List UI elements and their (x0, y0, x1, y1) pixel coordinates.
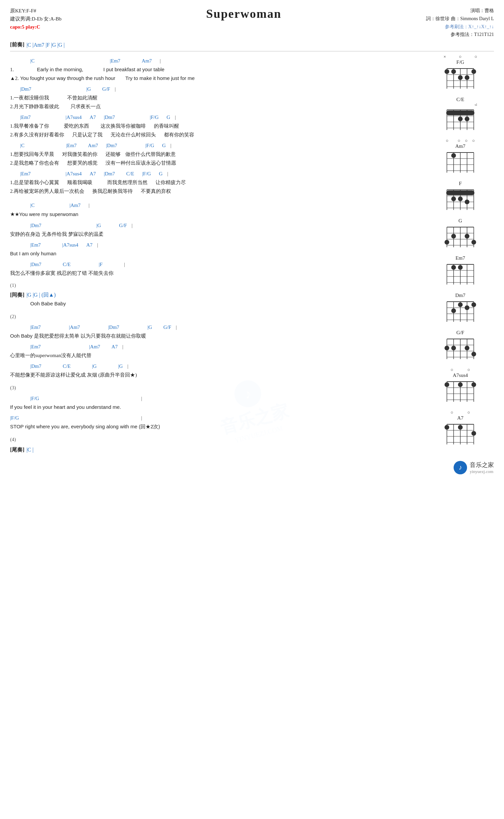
gf-label: G/F (456, 330, 464, 336)
v4l6: 想要哭的感觉 (67, 160, 97, 166)
main-body: |C |Em7 Am7 | 1. Early in the morning, I… (10, 54, 494, 454)
singer-name: 曹格 (485, 8, 494, 13)
s3-chord-row1: |F/G | (30, 394, 427, 402)
v4c1: |C (20, 143, 25, 148)
svg-point-120 (445, 425, 449, 430)
s2c10: | (122, 344, 123, 349)
finger-label: 参考指法： (451, 32, 474, 37)
verse1-chord-row3: |Em7 |A7sus4 A7 |Dm7 |F/G G | (20, 113, 427, 121)
cc7: | (131, 223, 132, 228)
v2c1: |Dm7 (20, 86, 31, 92)
diagram-f: F (444, 181, 477, 213)
lyricist-line: 詞：徐世珍 曲：Simmons Daryl L (426, 15, 494, 23)
v1c3: Am7 (142, 58, 152, 63)
a7sus4-label: A7sus4 (453, 373, 468, 378)
v5c7: G (159, 171, 163, 176)
f-label: F (459, 181, 462, 186)
strum-label: 参考刷法： (445, 24, 468, 29)
header-left: 原KEY:F-F# 建议男调:D-Eb 女:A-Bb capo:5 play:C (10, 7, 61, 31)
diagram-fg: × ○ ○ F/G (444, 54, 477, 92)
interlude-paren: (1) (10, 281, 427, 289)
chorus-chord-row3: |Em7 |A7sus4 A7 | (30, 241, 427, 249)
a7-label: A7 (457, 415, 463, 421)
v3c5: |F/G (150, 115, 159, 120)
v3c3: A7 (90, 115, 96, 120)
diagrams-area: × ○ ○ F/G (427, 54, 494, 454)
svg-point-58 (445, 240, 449, 245)
svg-point-60 (465, 234, 469, 239)
cc3: | (89, 203, 90, 208)
svg-point-46 (451, 197, 456, 201)
spacer5 (10, 431, 427, 435)
v4c4: |Dm7 (106, 143, 117, 148)
a7sus4-grid (444, 378, 477, 405)
s2c14: |G (118, 363, 123, 369)
v5l4: 让你精疲力尽 (156, 180, 186, 185)
em7-label: Em7 (456, 255, 465, 261)
s2c13: |G (92, 363, 97, 369)
svg-point-98 (471, 352, 476, 356)
divider-top (10, 51, 494, 51)
spacer3 (10, 308, 427, 312)
v1c4: | (160, 58, 161, 63)
v5c3: A7 (90, 171, 96, 176)
svg-point-84 (465, 305, 469, 310)
svg-point-72 (458, 265, 463, 270)
cc12: |Dm7 (30, 262, 41, 267)
chorus-lyric1: ★★You were my superwoman (10, 210, 427, 219)
svg-point-9 (445, 69, 449, 74)
cc4: |Dm7 (30, 223, 41, 228)
svg-point-24 (458, 117, 463, 121)
s3-lyric2: STOP right where you are, everybody sing… (10, 423, 427, 431)
s2c1: |Em7 (30, 325, 41, 330)
section2-paren: (2) (10, 312, 427, 320)
chorus-chord-row1: |C |Am7 | (30, 201, 427, 209)
svg-point-61 (471, 240, 476, 245)
s2-chord-row3: |Dm7 C/E |G |G | (30, 362, 427, 370)
chorus-lyric4: 我怎么不懂你多寂寞 残忍的犯了错 不能失去你 (10, 269, 427, 277)
cc5: |G (96, 223, 101, 228)
fg-open-strings: × ○ ○ (444, 54, 477, 59)
marker-tri: ▲ (10, 74, 15, 82)
diagram-ce: C/E sl (444, 97, 477, 133)
verse1-lyric-row2: ▲ 2. You fought your way through the rus… (10, 74, 427, 82)
header-center: Superwoman (61, 7, 426, 21)
lyric2-1: You fought your way through the rush hou… (20, 74, 115, 82)
svg-rect-45 (446, 190, 474, 195)
s3-lyric1: If you feel it in your heart and you und… (10, 403, 427, 411)
svg-point-71 (451, 265, 456, 270)
v3l2: 爱吃的东西 (64, 123, 89, 129)
v4l2: 对我微笑着的你 (62, 152, 97, 157)
s3-chord-row2: |F/G | (10, 414, 427, 422)
cc8: |Em7 (30, 242, 41, 248)
f-grid (444, 186, 477, 213)
interlude-line: [间奏] |G |G | (回▲) (10, 291, 427, 299)
svg-point-59 (451, 234, 456, 239)
svg-point-10 (451, 69, 456, 74)
s2-chord-row2: |Em7 |Am7 A7 | (30, 343, 427, 351)
cc2: |Am7 (70, 203, 81, 208)
ce-label: C/E (456, 97, 464, 102)
v5c2: |A7sus4 (66, 171, 82, 176)
a7-grid (444, 421, 477, 448)
v5l5: 2.再给被宠坏的男人最后一次机会 (10, 188, 84, 194)
s2c5: G/F (163, 325, 171, 330)
v3c1: |Em7 (20, 115, 31, 120)
capo-line: capo:5 play:C (10, 23, 61, 31)
fg-label: F/G (456, 59, 464, 65)
svg-point-83 (458, 302, 463, 307)
strum-line: 参考刷法：X↑_↑↓X↑_↑↓ (426, 23, 494, 31)
bw-icon: ♪ (454, 461, 467, 474)
s3c3: |F/G (10, 415, 19, 421)
ce-grid (444, 106, 477, 133)
intro-label: [前奏] (10, 41, 25, 48)
v4c7: | (170, 143, 171, 148)
verse1-chord-row2: |Dm7 |G G/F | (20, 85, 427, 93)
lyric2-2: Try to make it home just for me (125, 74, 195, 82)
svg-point-12 (465, 75, 469, 80)
v5c4: |Dm7 (104, 171, 115, 176)
s3c4: | (141, 415, 142, 421)
a7sus4-open-strings: ○ ○ (444, 367, 477, 373)
svg-point-13 (471, 69, 476, 74)
interlude-label: [间奏] (10, 291, 25, 299)
